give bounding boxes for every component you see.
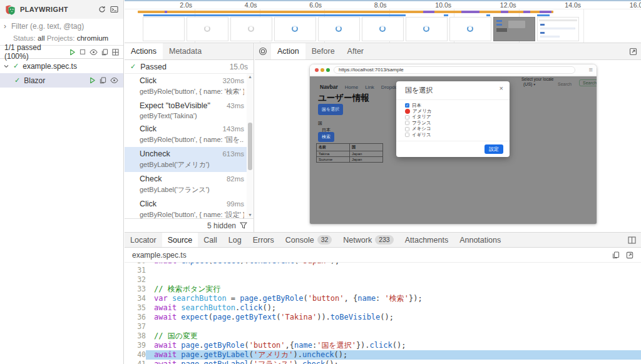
timeline-action-segment[interactable] [165, 11, 167, 13]
reload-icon[interactable] [98, 6, 106, 13]
tab-errors[interactable]: Errors [247, 233, 280, 247]
page-search-button[interactable]: Search [579, 79, 597, 86]
filmstrip-thumbnail[interactable] [449, 17, 491, 41]
projects-value[interactable]: chromium [77, 34, 108, 42]
code-line[interactable]: 34var searchButton = page.getByRole('but… [125, 294, 641, 303]
split-view-icon[interactable] [628, 236, 636, 244]
tab-source[interactable]: Source [162, 233, 198, 247]
page-search-input[interactable]: Search [558, 82, 572, 86]
filmstrip-thumbnail[interactable] [537, 17, 579, 41]
tab-annotations[interactable]: Annotations [454, 233, 506, 247]
status-value[interactable]: all [38, 34, 45, 42]
timeline-action-segment[interactable] [501, 11, 508, 13]
copy-source-icon[interactable] [612, 251, 620, 259]
code-line[interactable]: 35await searchButton.click(); [125, 303, 641, 313]
checkbox-icon[interactable] [405, 133, 409, 137]
locale-select[interactable]: (US) ▾ [523, 82, 535, 86]
filmstrip-thumbnail[interactable] [230, 17, 272, 41]
code-line[interactable]: 32 [125, 275, 641, 285]
country-option[interactable]: アメリカ [405, 108, 432, 114]
code-line[interactable]: 41await page.getByLabel('フランス').check(); [125, 360, 641, 364]
select-country-button[interactable]: 国を選択 [318, 104, 343, 115]
pick-locator-target-icon[interactable] [255, 43, 271, 59]
scrollbar-thumb[interactable] [248, 123, 252, 170]
source-code-viewer[interactable]: 30await expect(select).toHaveText('Japan… [125, 263, 641, 364]
navbar-brand[interactable]: Navbar [320, 84, 338, 90]
test-status-row[interactable]: ✓ Passed 15.0s [125, 60, 254, 74]
filmstrip-thumbnail[interactable] [406, 17, 448, 41]
timeline-network-segment[interactable] [486, 14, 490, 16]
tab-action[interactable]: Action [271, 43, 305, 59]
action-item[interactable]: Click320msgetByRole('button', { name: '検… [125, 74, 254, 99]
code-line[interactable]: 40await page.getByLabel('アメリカ').uncheck(… [125, 350, 641, 360]
checkbox-icon[interactable] [405, 121, 409, 125]
code-line[interactable]: 33// 検索ボタン実行 [125, 285, 641, 294]
action-item[interactable]: Check82msgetByLabel('フランス') [125, 172, 254, 197]
timeline-trace-bar[interactable] [138, 11, 553, 13]
checkbox-icon[interactable]: ✓ [405, 103, 409, 108]
tab-network[interactable]: Network233 [337, 233, 399, 247]
run-test-button[interactable] [89, 77, 96, 84]
filmstrip-thumbnail[interactable] [274, 17, 316, 41]
country-option[interactable]: イタリア [405, 114, 432, 120]
action-item[interactable]: Expect "toBeVisible"43msgetByText('Takin… [125, 99, 254, 122]
tab-call[interactable]: Call [198, 233, 223, 247]
tab-log[interactable]: Log [223, 233, 247, 247]
tab-actions[interactable]: Actions [125, 43, 163, 59]
open-source-external-icon[interactable] [626, 251, 633, 259]
code-line[interactable]: 36await expect(page.getByText('Takina'))… [125, 313, 641, 322]
code-line[interactable]: 39await page.getByRole('button',{name:'国… [125, 341, 641, 350]
timeline-action-segment[interactable] [461, 11, 479, 13]
tab-after[interactable]: After [341, 43, 370, 59]
search-jp-button[interactable]: 検索 [318, 132, 334, 142]
tab-before[interactable]: Before [305, 43, 341, 59]
scroll-down-icon[interactable]: ▼ [247, 212, 254, 218]
filter-funnel-icon[interactable] [240, 222, 247, 229]
code-line[interactable]: 37 [125, 322, 641, 331]
checkbox-icon[interactable] [405, 115, 409, 119]
country-option[interactable]: フランス [405, 120, 432, 126]
action-item[interactable]: Click143msgetByRole('button', { name: '国… [125, 122, 254, 147]
country-option[interactable]: ✓日本 [405, 103, 432, 108]
action-item[interactable]: Uncheck613msgetByLabel('アメリカ') [125, 147, 254, 172]
copy-test-icon[interactable] [100, 77, 106, 84]
country-option[interactable]: メキシコ [405, 126, 432, 132]
filmstrip-thumbnail[interactable] [493, 17, 535, 41]
watch-all-icon[interactable] [90, 49, 98, 56]
chevron-down-icon[interactable] [3, 63, 9, 69]
action-list-scrollbar[interactable]: ▲ ▼ [247, 74, 254, 218]
sidebar-item-spec-file[interactable]: ✓ example.spec.ts [0, 59, 123, 73]
tab-metadata[interactable]: Metadata [163, 43, 208, 59]
nav-link[interactable]: Link [365, 84, 374, 90]
timeline-action-segment[interactable] [423, 11, 434, 13]
run-all-button[interactable] [69, 49, 76, 56]
timeline-action-segment[interactable] [523, 11, 530, 13]
scroll-up-icon[interactable]: ▲ [247, 74, 254, 80]
collapse-all-icon[interactable] [101, 49, 108, 56]
trace-timeline[interactable]: 2.0s4.0s6.0s8.0s10.0s12.0s14.0s16.0s [125, 0, 641, 43]
action-item[interactable]: Click99msgetByRole('button', { name: '設定… [125, 197, 254, 218]
dialog-submit-button[interactable]: 設定 [485, 144, 503, 154]
terminal-icon[interactable] [110, 6, 118, 13]
action-target-marker-icon[interactable] [405, 109, 410, 114]
tab-locator[interactable]: Locator [125, 233, 162, 247]
stop-button[interactable] [79, 49, 86, 55]
timeline-network-segment[interactable] [143, 14, 406, 16]
nav-link[interactable]: Home [345, 84, 358, 90]
filmstrip-thumbnail[interactable] [187, 17, 228, 41]
code-line[interactable]: 38// 国の変更 [125, 331, 641, 341]
filter-input[interactable] [11, 22, 120, 31]
sidebar-item-test-blazor[interactable]: ✓ Blazor [0, 73, 123, 88]
filmstrip-thumbnail[interactable] [362, 17, 404, 41]
filter-expand-icon[interactable]: › [4, 22, 6, 31]
code-line[interactable]: 31 [125, 266, 641, 275]
open-snapshot-external-icon[interactable] [625, 43, 641, 59]
timeline-network-segment[interactable] [444, 14, 448, 16]
filmstrip-thumbnail[interactable] [318, 17, 360, 41]
watch-test-icon[interactable] [110, 77, 118, 84]
timeline-network-segment[interactable] [537, 14, 550, 16]
close-icon[interactable]: × [500, 84, 503, 92]
show-browser-icon[interactable] [112, 49, 119, 56]
checkbox-icon[interactable] [405, 127, 409, 131]
timeline-action-segment[interactable] [540, 11, 551, 13]
